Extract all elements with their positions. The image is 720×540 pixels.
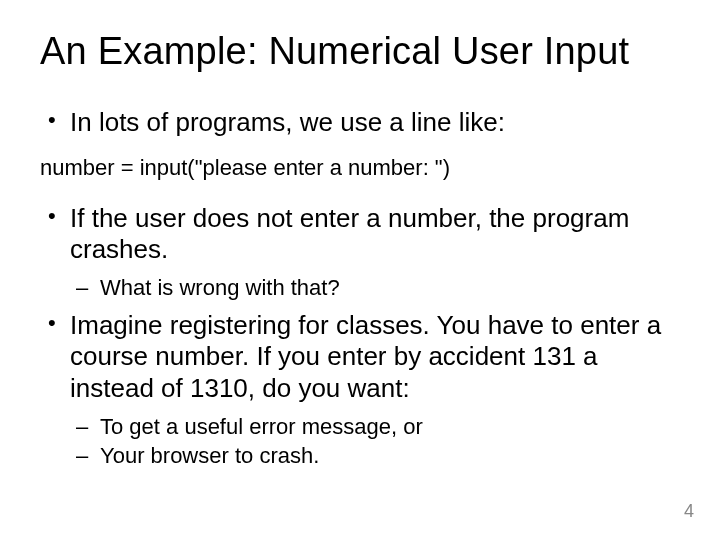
sub-bullet-list: What is wrong with that? — [70, 274, 680, 302]
bullet-item: In lots of programs, we use a line like: — [40, 107, 680, 139]
bullet-list: If the user does not enter a number, the… — [40, 203, 680, 470]
code-line: number = input("please enter a number: "… — [40, 155, 680, 181]
sub-bullet-item: What is wrong with that? — [70, 274, 680, 302]
bullet-list: In lots of programs, we use a line like: — [40, 107, 680, 139]
bullet-item: If the user does not enter a number, the… — [40, 203, 680, 302]
sub-bullet-list: To get a useful error message, or Your b… — [70, 413, 680, 470]
page-number: 4 — [684, 501, 694, 522]
bullet-text: If the user does not enter a number, the… — [70, 203, 629, 265]
sub-bullet-item: To get a useful error message, or — [70, 413, 680, 441]
slide-title: An Example: Numerical User Input — [40, 30, 680, 73]
bullet-item: Imagine registering for classes. You hav… — [40, 310, 680, 470]
slide: An Example: Numerical User Input In lots… — [0, 0, 720, 540]
sub-bullet-item: Your browser to crash. — [70, 442, 680, 470]
bullet-text: Imagine registering for classes. You hav… — [70, 310, 661, 403]
